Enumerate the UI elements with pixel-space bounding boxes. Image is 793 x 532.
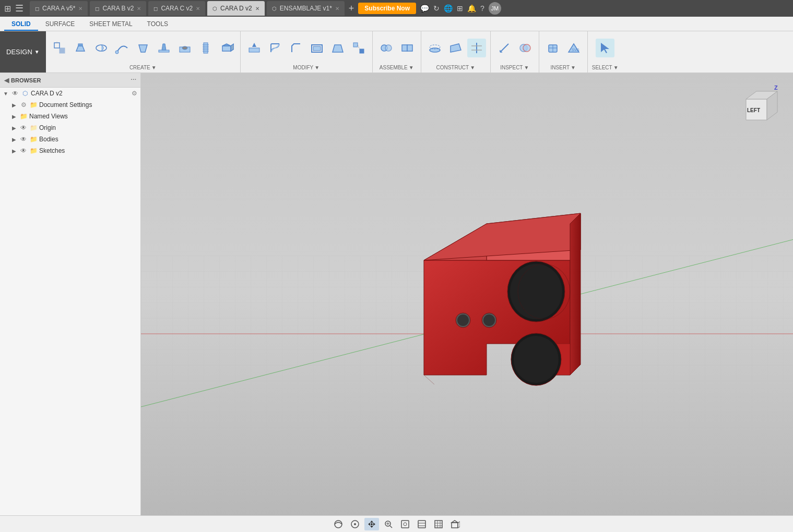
- browser-item-named-views[interactable]: ▶ 📁 Named Views: [0, 111, 140, 122]
- joint-button[interactable]: [377, 39, 396, 57]
- sweep-button[interactable]: [113, 39, 132, 57]
- viewcube-settings-button[interactable]: [448, 518, 463, 530]
- eye-icon[interactable]: 👁: [19, 135, 28, 143]
- display-settings-button[interactable]: [415, 518, 429, 530]
- globe-icon[interactable]: 🌐: [444, 4, 453, 13]
- interference-button[interactable]: [516, 39, 535, 57]
- grid-icon[interactable]: ⊞: [457, 4, 463, 13]
- select-button[interactable]: [596, 39, 614, 57]
- svg-rect-95: [435, 521, 442, 528]
- bell-icon[interactable]: 🔔: [467, 4, 476, 13]
- shell-button[interactable]: [307, 39, 326, 57]
- modify-label[interactable]: MODIFY ▼: [293, 63, 319, 70]
- measure-button[interactable]: [495, 39, 514, 57]
- subscribe-button[interactable]: Subscribe Now: [358, 3, 416, 14]
- create-label[interactable]: CREATE ▼: [129, 63, 157, 70]
- browser-settings-icon[interactable]: ⋯: [131, 77, 136, 83]
- chamfer-button[interactable]: [287, 39, 305, 57]
- orbit-button[interactable]: [331, 518, 346, 530]
- browser-item-doc-settings[interactable]: ▶ ⚙ 📁 Document Settings: [0, 99, 140, 111]
- draft-button[interactable]: [328, 39, 347, 57]
- tab-icon: ⬡: [212, 6, 217, 11]
- svg-rect-90: [401, 521, 409, 528]
- tab-cara-d[interactable]: ⬡ CARA D v2 ✕: [207, 1, 265, 16]
- tab-ensamblaje[interactable]: ⬡ ENSAMBLAJE v1* ✕: [267, 1, 345, 16]
- component-icon: ⬡: [21, 89, 29, 98]
- assemble-arrow-icon: ▼: [409, 65, 414, 70]
- offset-plane-button[interactable]: [425, 39, 444, 57]
- insert-svg-button[interactable]: SVG: [564, 39, 583, 57]
- hole-button[interactable]: [175, 39, 194, 57]
- fillet-button[interactable]: [266, 39, 285, 57]
- close-icon[interactable]: ✕: [78, 6, 82, 11]
- construct-label[interactable]: CONSTRUCT ▼: [436, 63, 475, 70]
- eye-icon[interactable]: 👁: [19, 124, 28, 132]
- svg-point-29: [385, 45, 392, 51]
- viewport[interactable]: Z LEFT: [141, 73, 793, 515]
- grid-display-button[interactable]: [431, 518, 446, 530]
- angle-plane-button[interactable]: [446, 39, 465, 57]
- sync-icon[interactable]: ↻: [433, 4, 440, 13]
- browser-item-label: Named Views: [29, 113, 138, 120]
- close-icon[interactable]: ✕: [255, 6, 259, 11]
- browser-collapse-icon[interactable]: ◀: [4, 77, 9, 84]
- extrude-button[interactable]: [71, 39, 90, 57]
- svg-rect-4: [78, 44, 82, 46]
- svg-marker-101: [452, 521, 458, 523]
- close-icon[interactable]: ✕: [137, 6, 141, 11]
- browser-item-sketches[interactable]: ▶ 👁 📁 Sketches: [0, 145, 140, 156]
- gear-icon[interactable]: ⚙: [130, 89, 138, 98]
- loft-button[interactable]: [134, 39, 152, 57]
- svg-rect-26: [360, 49, 364, 53]
- svg-point-6: [115, 51, 119, 54]
- midplane-button[interactable]: [467, 39, 486, 57]
- tab-cara-b[interactable]: ◻ CARA B v2 ✕: [90, 1, 146, 16]
- scale-button[interactable]: [349, 39, 368, 57]
- expand-arrow-icon: ▼: [2, 90, 9, 97]
- revolve-button[interactable]: [92, 39, 111, 57]
- help-icon[interactable]: ?: [480, 4, 484, 13]
- tab-cara-a[interactable]: ◻ CARA A v5* ✕: [30, 1, 88, 16]
- select-label[interactable]: SELECT ▼: [592, 63, 619, 70]
- browser-item-bodies[interactable]: ▶ 👁 📁 Bodies: [0, 134, 140, 145]
- zoom-window-button[interactable]: [381, 518, 396, 530]
- assemble-label[interactable]: ASSEMBLE ▼: [380, 63, 414, 70]
- press-pull-button[interactable]: [245, 39, 264, 57]
- insert-label[interactable]: INSERT ▼: [551, 63, 576, 70]
- pan-button[interactable]: [364, 518, 379, 530]
- insert-mesh-button[interactable]: [543, 39, 562, 57]
- rigid-group-button[interactable]: [398, 39, 417, 57]
- design-dropdown[interactable]: DESIGN ▼: [0, 31, 46, 72]
- new-tab-button[interactable]: +: [347, 3, 357, 14]
- modify-icons: [245, 33, 368, 63]
- svg-point-43: [523, 44, 530, 52]
- user-avatar[interactable]: JM: [489, 2, 501, 15]
- close-icon[interactable]: ✕: [196, 6, 200, 11]
- new-component-button[interactable]: [50, 39, 69, 57]
- tab-solid[interactable]: SOLID: [4, 18, 38, 31]
- tab-sheet-metal[interactable]: SHEET METAL: [82, 18, 139, 31]
- thread-button[interactable]: [196, 39, 215, 57]
- chat-icon[interactable]: 💬: [420, 4, 429, 13]
- look-at-button[interactable]: [348, 518, 362, 530]
- close-icon[interactable]: ✕: [335, 6, 339, 11]
- browser-item-origin[interactable]: ▶ 👁 📁 Origin: [0, 122, 140, 134]
- create-section: CREATE ▼: [46, 31, 241, 72]
- tab-cara-c[interactable]: ◻ CARA C v2 ✕: [148, 1, 205, 16]
- inspect-label[interactable]: INSPECT ▼: [500, 63, 529, 70]
- rib-button[interactable]: [155, 39, 173, 57]
- design-label: DESIGN: [6, 48, 32, 56]
- eye-icon[interactable]: 👁: [19, 147, 28, 155]
- browser-label: BROWSER: [11, 77, 41, 83]
- menu-icon[interactable]: ☰: [15, 3, 23, 14]
- tab-surface[interactable]: SURFACE: [38, 18, 82, 31]
- tab-icon: ◻: [35, 6, 39, 11]
- dropdown-arrow-icon: ▼: [34, 49, 40, 55]
- zoom-fit-button[interactable]: [398, 518, 412, 530]
- browser-item-cara-d[interactable]: ▼ 👁 ⬡ CARA D v2 ⚙: [0, 88, 140, 99]
- eye-icon[interactable]: 👁: [11, 89, 19, 98]
- view-cube[interactable]: Z LEFT: [741, 83, 783, 132]
- box-button[interactable]: [217, 39, 236, 57]
- tab-tools[interactable]: TOOLS: [140, 18, 175, 31]
- browser-item-label: CARA D v2: [31, 90, 128, 97]
